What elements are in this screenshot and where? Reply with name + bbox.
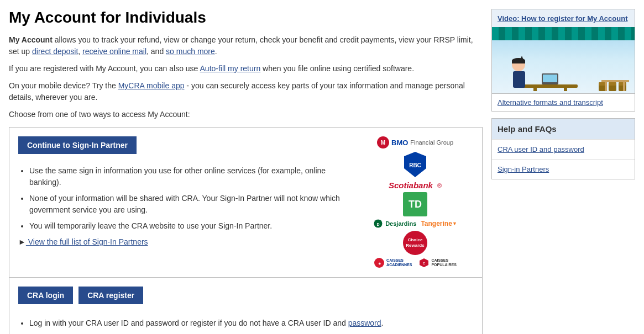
person-head (512, 58, 525, 71)
faq-box: Help and FAQs CRA user ID and password S… (491, 118, 635, 179)
bullet-item-3: You will temporarily leave the CRA websi… (29, 220, 357, 232)
access-options-box: Continue to Sign-In Partner Use the same… (9, 127, 483, 334)
view-full-list-link[interactable]: View the full list of Sign-In Partners (26, 237, 148, 246)
intro-paragraph-1: My Account allows you to track your refu… (9, 34, 483, 57)
video-header: Video: How to register for My Account (492, 9, 635, 27)
bullet-item-2: None of your information will be shared … (29, 193, 357, 216)
video-box: Video: How to register for My Account (491, 9, 635, 112)
background-chairs (599, 82, 626, 91)
faq-title: Help and FAQs (492, 119, 635, 139)
desk-surface (522, 84, 578, 88)
desjardins-icon: D (373, 219, 383, 229)
desk-leg-2 (564, 87, 567, 91)
desk-leg (533, 87, 537, 91)
bmo-logo: M BMO Financial Group (357, 136, 473, 149)
caisse-acadiennes-icon: ☀ (374, 257, 385, 268)
faq-link-cra-userid[interactable]: CRA user ID and password (492, 139, 635, 159)
svg-text:D: D (377, 222, 380, 226)
svg-text:C: C (423, 262, 426, 265)
person-body (513, 71, 525, 88)
video-title-link[interactable]: Video: How to register for My Account (498, 14, 627, 23)
direct-deposit-link[interactable]: direct deposit (32, 47, 78, 56)
so-much-more-link[interactable]: so much more (166, 47, 215, 56)
my-account-bold: My Account (9, 35, 53, 44)
receive-mail-link[interactable]: receive online mail (82, 47, 146, 56)
td-logo: TD (357, 192, 473, 216)
cra-register-button[interactable]: CRA register (78, 287, 143, 304)
autofill-link[interactable]: Auto-fill my return (200, 64, 261, 73)
sign-in-partner-section: Continue to Sign-In Partner Use the same… (9, 128, 482, 278)
bank-logos-section: M BMO Financial Group RBC (357, 136, 473, 268)
intro-paragraph-3: On your mobile device? Try the MyCRA mob… (9, 80, 483, 103)
bullet-item-1: Use the same sign in information you use… (29, 165, 357, 188)
choice-rewards-logo: Choice Rewards (357, 231, 473, 255)
sidebar: Video: How to register for My Account (491, 9, 635, 334)
rbc-logo: RBC (357, 151, 473, 178)
intro-paragraph-2: If you are registered with My Account, y… (9, 63, 483, 75)
caisse-logos: ☀ Caissesacadiennes C CAISSESPOPULAIRES (357, 257, 473, 268)
faq-link-sign-in-partners[interactable]: Sign-in Partners (492, 159, 635, 179)
page-title: My Account for Individuals (9, 9, 483, 26)
cra-login-section: CRA login CRA register Log in with your … (9, 278, 482, 334)
caisses-populaires-icon: C (418, 257, 430, 268)
view-full-list: ► View the full list of Sign-In Partners (18, 237, 357, 246)
sign-in-partner-left: Continue to Sign-In Partner Use the same… (18, 136, 357, 268)
scotiabank-logo: Scotiabank® (357, 181, 473, 190)
laptop-screen (542, 73, 558, 84)
mycra-link[interactable]: MyCRA mobile app (118, 81, 185, 90)
svg-text:RBC: RBC (409, 162, 421, 168)
cra-buttons-row: CRA login CRA register (18, 287, 473, 311)
logo-container: M BMO Financial Group RBC (357, 136, 473, 268)
cra-login-button[interactable]: CRA login (18, 287, 73, 304)
cra-bullet-1: Log in with your CRA user ID and passwor… (29, 317, 473, 329)
sign-in-partner-bullets: Use the same sign in information you use… (18, 165, 357, 232)
rbc-shield-icon: RBC (403, 151, 427, 178)
password-link[interactable]: password (348, 319, 381, 327)
video-thumbnail (492, 27, 635, 93)
cra-bullets: Log in with your CRA user ID and passwor… (18, 317, 473, 334)
desjardins-tangerine-logos: D Desjardins Tangerine▼ (357, 219, 473, 229)
main-content: My Account for Individuals My Account al… (9, 9, 483, 334)
choose-text: Choose from one of two ways to access My… (9, 109, 483, 120)
alt-formats-link[interactable]: Alternative formats and transcript (492, 93, 635, 111)
continue-sign-in-partner-button[interactable]: Continue to Sign-In Partner (18, 136, 137, 154)
